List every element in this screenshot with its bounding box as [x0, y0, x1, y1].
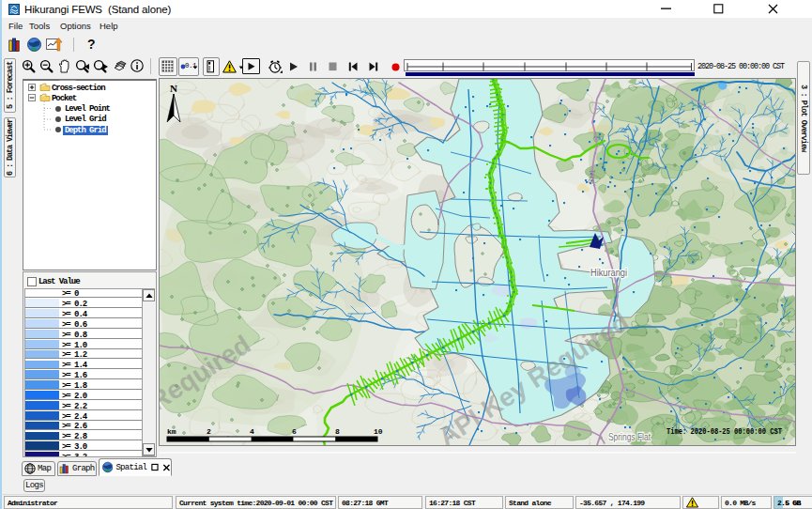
svg-text:km: km [167, 427, 176, 436]
svg-text:Springs Flat: Springs Flat [608, 431, 651, 442]
svg-text:N: N [170, 83, 177, 94]
svg-text:10: 10 [374, 427, 383, 436]
svg-text:4: 4 [250, 427, 254, 436]
svg-text:Time: 2020-08-25 00:00:00 CST: Time: 2020-08-25 00:00:00 CST [666, 427, 782, 437]
svg-text:6: 6 [292, 427, 297, 436]
svg-text:Hikurangi: Hikurangi [590, 268, 627, 278]
svg-text:8: 8 [335, 427, 340, 436]
svg-text:2: 2 [207, 427, 211, 436]
